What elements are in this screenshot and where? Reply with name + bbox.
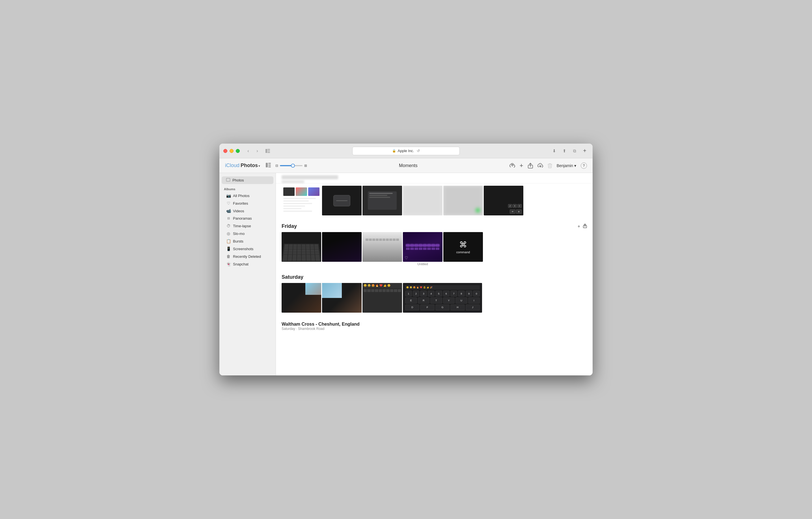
doc-img-3 xyxy=(308,188,319,196)
add-button[interactable]: + xyxy=(520,162,523,169)
photo-thumb[interactable] xyxy=(282,186,321,215)
photo-inner-doc xyxy=(282,186,321,215)
sidebar-item-recently-deleted[interactable]: 🗑 Recently Deleted xyxy=(222,253,273,260)
svg-rect-3 xyxy=(267,152,270,153)
url-text: Apple Inc. xyxy=(398,149,414,153)
key-r: R xyxy=(418,297,430,303)
saturday-header-row: Saturday xyxy=(282,274,587,280)
photo-thumb[interactable] xyxy=(322,186,361,215)
photo-thumb[interactable] xyxy=(362,186,402,215)
fullscreen-button[interactable] xyxy=(236,149,240,153)
key-u: U xyxy=(456,297,467,303)
appbar-actions: + Benjamin ▾ xyxy=(510,162,587,169)
sidebar-item-bursts[interactable]: 📋 Bursts xyxy=(222,237,273,245)
emoji-key xyxy=(394,289,397,292)
duplicate-icon-button[interactable]: ⧉ xyxy=(571,147,578,155)
emoji-3: 😍 xyxy=(372,284,375,287)
sidebar: Photos Albums 📷 All Photos ♡ Favorites 📹… xyxy=(220,173,276,375)
share-icon-button[interactable]: ⬆ xyxy=(560,147,568,155)
friday-actions: + xyxy=(578,224,587,229)
sidebar-item-photos[interactable]: Photos xyxy=(222,176,273,184)
zoom-min-icon: ⊟ xyxy=(276,164,278,168)
key-1: 1 xyxy=(405,291,412,296)
key-x: X xyxy=(513,204,517,208)
photo-thumb-fri-1[interactable] xyxy=(282,232,321,262)
photo-thumb-sat-2[interactable] xyxy=(322,283,361,313)
photo-thumb[interactable]: Z X C alt ⌘ xyxy=(484,186,523,215)
screen-line xyxy=(369,197,390,198)
photo-thumb[interactable] xyxy=(403,186,442,215)
key xyxy=(297,250,301,255)
key xyxy=(406,248,410,250)
emoji-6: 👍 xyxy=(383,284,386,287)
key-c: C xyxy=(517,204,522,208)
photo-thumb-fri-4[interactable]: ♡ xyxy=(403,232,442,262)
content-area: Z X C alt ⌘ Friday + xyxy=(276,173,592,375)
time-lapse-icon: ⏱ xyxy=(226,224,231,228)
download-icon-button[interactable]: ⬇ xyxy=(550,147,558,155)
doc-line xyxy=(283,205,305,207)
logo-photos: Photos xyxy=(241,163,258,169)
forward-button[interactable]: › xyxy=(253,147,261,155)
photo-thumb-fri-5[interactable]: ⌘ command xyxy=(443,232,483,262)
photo-thumb-sat-3[interactable]: 😀 😂 😍 🔥 ❤️ 👍 😊 xyxy=(362,283,402,313)
sidebar-item-slo-mo[interactable]: ◎ Slo-mo xyxy=(222,230,273,237)
sidebar-item-videos[interactable]: 📹 Videos xyxy=(222,207,273,214)
key xyxy=(310,244,314,249)
photo-thumb[interactable] xyxy=(443,186,483,215)
back-button[interactable]: ‹ xyxy=(244,147,252,155)
help-button[interactable]: ? xyxy=(581,163,587,169)
friday-add-button[interactable]: + xyxy=(578,224,580,229)
sidebar-item-time-lapse[interactable]: ⏱ Time-lapse xyxy=(222,222,273,230)
zoom-slider[interactable] xyxy=(280,165,302,166)
green-badge xyxy=(475,208,480,212)
new-tab-button[interactable]: + xyxy=(581,147,589,155)
key xyxy=(311,255,315,261)
screen-line xyxy=(369,193,393,194)
key-row xyxy=(326,249,358,251)
friday-section: Friday + xyxy=(276,220,592,230)
sidebar-toggle-button[interactable] xyxy=(263,147,272,155)
user-name: Benjamin xyxy=(557,163,573,168)
key xyxy=(423,248,427,250)
sidebar-item-all-photos[interactable]: 📷 All Photos xyxy=(222,192,273,199)
photo-thumb-sat-1[interactable] xyxy=(282,283,321,313)
key xyxy=(369,238,372,241)
key xyxy=(393,238,396,241)
url-bar[interactable]: 🔒 Apple Inc. ↺ xyxy=(352,147,460,155)
delete-button[interactable] xyxy=(548,163,552,168)
user-button[interactable]: Benjamin ▾ xyxy=(557,163,576,168)
saturday-photo-grid: 😀 😂 😍 🔥 ❤️ 👍 😊 xyxy=(276,281,592,317)
sidebar-item-favorites[interactable]: ♡ Favorites xyxy=(222,200,273,207)
reload-button[interactable]: ↺ xyxy=(417,149,420,153)
appbar: iCloud Photos ▾ ⊟ ⊞ Moments xyxy=(220,158,592,173)
sidebar-photos-label: Photos xyxy=(232,178,244,182)
photo-thumb-fri-2[interactable] xyxy=(322,232,361,262)
friday-share-button[interactable] xyxy=(583,224,587,229)
icloud-download-button[interactable] xyxy=(538,163,543,168)
logo-dropdown[interactable]: ▾ xyxy=(258,164,260,168)
sidebar-toggle-appbar[interactable] xyxy=(266,163,271,169)
sidebar-item-snapchat[interactable]: 👻 Snapchat xyxy=(222,260,273,268)
close-button[interactable] xyxy=(223,149,227,153)
emoji-2: 😂 xyxy=(368,284,371,287)
photo-thumb-fri-3[interactable] xyxy=(362,232,402,262)
sidebar-item-screenshots[interactable]: 📱 Screenshots xyxy=(222,245,273,253)
number-key-row: 1 2 3 4 5 6 7 8 9 0 xyxy=(405,291,480,296)
photo-thumb-sat-4[interactable]: 😊😂😍🔥❤️😎👍🎉 1 2 3 4 5 6 7 8 9 xyxy=(403,283,482,313)
key-grid xyxy=(406,244,440,247)
doc-line xyxy=(283,200,309,202)
key-6: 6 xyxy=(443,291,450,296)
upload-to-cloud-button[interactable] xyxy=(510,163,515,168)
main-layout: Photos Albums 📷 All Photos ♡ Favorites 📹… xyxy=(220,173,592,375)
key xyxy=(288,255,292,261)
albums-label: Albums xyxy=(220,186,276,192)
minimize-button[interactable] xyxy=(230,149,234,153)
share-button[interactable] xyxy=(528,163,533,169)
location-section: Waltham Cross - Cheshunt, England Saturd… xyxy=(276,317,592,332)
svg-rect-6 xyxy=(268,165,271,166)
key xyxy=(386,238,389,241)
sidebar-item-panoramas[interactable]: ⊟ Panoramas xyxy=(222,215,273,222)
svg-rect-0 xyxy=(265,149,267,153)
friday-title: Friday xyxy=(282,223,297,229)
